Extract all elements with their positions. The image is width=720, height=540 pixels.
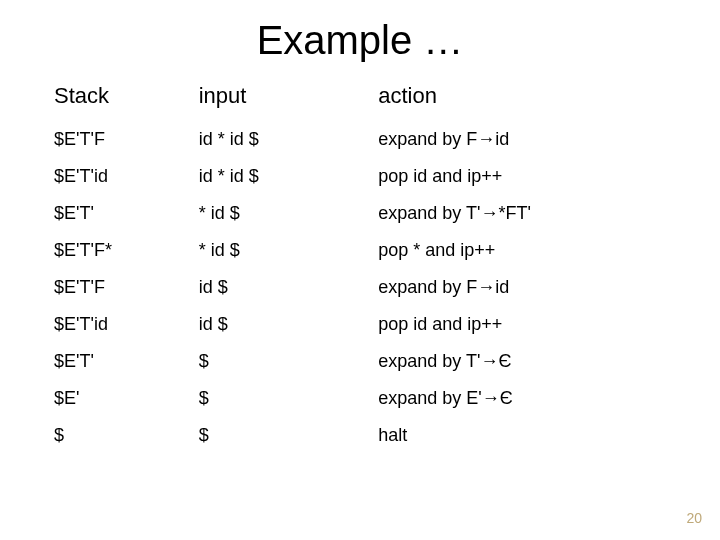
cell-input: $ (195, 343, 375, 380)
header-action: action (374, 77, 670, 121)
cell-input: id $ (195, 306, 375, 343)
cell-input: id * id $ (195, 121, 375, 158)
cell-stack: $E'T'id (50, 158, 195, 195)
cell-action: expand by T'→*FT' (374, 195, 670, 232)
cell-input: id * id $ (195, 158, 375, 195)
cell-stack: $E'T' (50, 195, 195, 232)
slide-title: Example … (0, 0, 720, 73)
cell-stack: $ (50, 417, 195, 454)
cell-stack: $E'T'F* (50, 232, 195, 269)
table-header-row: Stack input action (50, 77, 670, 121)
header-input: input (195, 77, 375, 121)
table-row: $ $ halt (50, 417, 670, 454)
cell-stack: $E' (50, 380, 195, 417)
cell-input: $ (195, 380, 375, 417)
cell-input: * id $ (195, 232, 375, 269)
table-row: $E'T'F id $ expand by F→id (50, 269, 670, 306)
table-row: $E' $ expand by E'→Є (50, 380, 670, 417)
table-row: $E'T' * id $ expand by T'→*FT' (50, 195, 670, 232)
table-row: $E'T'id id * id $ pop id and ip++ (50, 158, 670, 195)
cell-action: expand by F→id (374, 269, 670, 306)
table-row: $E'T'id id $ pop id and ip++ (50, 306, 670, 343)
cell-action: pop * and ip++ (374, 232, 670, 269)
cell-action: expand by E'→Є (374, 380, 670, 417)
cell-stack: $E'T'F (50, 121, 195, 158)
parse-table: Stack input action $E'T'F id * id $ expa… (50, 77, 670, 454)
cell-input: id $ (195, 269, 375, 306)
slide: Example … Stack input action $E'T'F id *… (0, 0, 720, 540)
cell-input: * id $ (195, 195, 375, 232)
cell-input: $ (195, 417, 375, 454)
table-row: $E'T'F* * id $ pop * and ip++ (50, 232, 670, 269)
cell-action: expand by T'→Є (374, 343, 670, 380)
table-row: $E'T' $ expand by T'→Є (50, 343, 670, 380)
cell-action: expand by F→id (374, 121, 670, 158)
page-number: 20 (686, 510, 702, 526)
cell-stack: $E'T'id (50, 306, 195, 343)
cell-action: halt (374, 417, 670, 454)
cell-stack: $E'T' (50, 343, 195, 380)
cell-action: pop id and ip++ (374, 158, 670, 195)
cell-action: pop id and ip++ (374, 306, 670, 343)
table-row: $E'T'F id * id $ expand by F→id (50, 121, 670, 158)
cell-stack: $E'T'F (50, 269, 195, 306)
header-stack: Stack (50, 77, 195, 121)
